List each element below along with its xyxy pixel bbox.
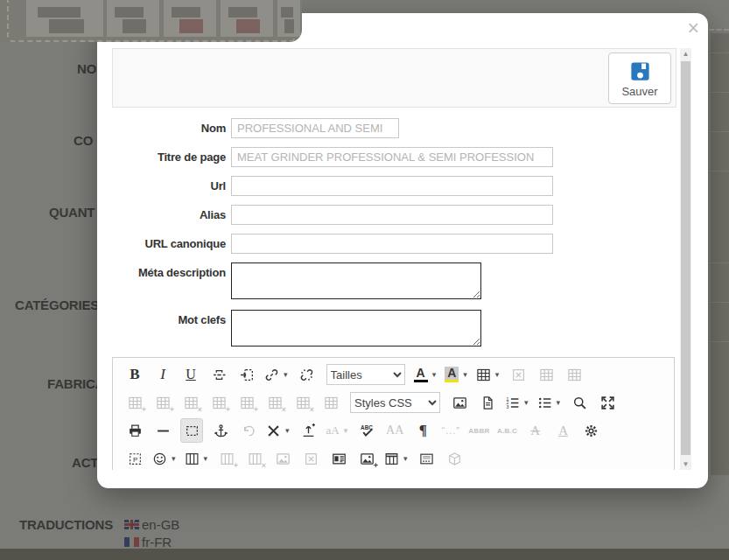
font-case-button-glyph: AA [386, 424, 403, 438]
readmore-button[interactable] [236, 363, 257, 386]
source-document-button[interactable] [477, 391, 498, 414]
save-button[interactable]: Sauver [608, 52, 671, 104]
anchor-icon [214, 424, 228, 438]
inserted-text-button-glyph: A [558, 424, 568, 438]
keyboard-icon [419, 452, 434, 466]
close-icon[interactable]: × [688, 18, 699, 38]
panel-separator [711, 302, 729, 303]
text-color-button[interactable]: A▾ [414, 363, 438, 386]
preferences-button[interactable] [581, 419, 602, 442]
scrollbar-thumb[interactable] [681, 61, 690, 455]
image-insert-button[interactable]: + [356, 447, 377, 470]
search-button[interactable] [569, 391, 590, 414]
keywords-textarea[interactable] [231, 310, 481, 346]
media-embed-button[interactable] [328, 447, 349, 470]
badge: × [262, 462, 266, 470]
background-bottom-bar [0, 549, 729, 560]
cleanup-icon [266, 424, 281, 438]
font-sizes-select: Tailles [326, 364, 405, 385]
italic-button[interactable]: I [152, 363, 173, 386]
underline-button[interactable]: U [180, 363, 201, 386]
abbreviation-button: ABBR [468, 419, 489, 442]
ordered-list-button[interactable]: ▾ [505, 391, 530, 414]
highlight-color-button[interactable]: A▾ [445, 363, 469, 386]
smart-quotes-button-glyph: “...” [441, 425, 460, 436]
nom-input-label: Nom [97, 118, 231, 135]
save-button-label: Sauver [621, 85, 657, 98]
badge: + [374, 462, 378, 470]
import-button[interactable] [298, 419, 319, 442]
deleted-text-button-glyph: A [530, 424, 540, 438]
columns-icon [185, 452, 200, 466]
product-images-strip [0, 0, 302, 42]
canonical-url-input[interactable] [231, 234, 553, 254]
toolbar-row: BIU▾TaillesA▾A▾▾ [121, 360, 666, 388]
meta-description-textarea[interactable] [231, 262, 481, 299]
css-styles-select-control[interactable]: Styles CSS [350, 392, 440, 413]
font-sizes-select-control[interactable]: Tailles [326, 364, 405, 385]
grid-icon [240, 396, 255, 410]
insert-table-button[interactable]: ▾ [476, 363, 501, 386]
chevron-down-icon: ▾ [285, 426, 290, 435]
unlink-button[interactable] [297, 363, 318, 386]
pcontainer-icon [128, 452, 143, 466]
paragraph-marks-button[interactable]: ¶ [412, 419, 433, 442]
spellcheck-button[interactable] [356, 419, 377, 442]
scrollbar-down-icon[interactable]: ▼ [680, 458, 691, 470]
nom-input[interactable] [231, 118, 399, 138]
split-cells-button: × [292, 391, 313, 414]
background-dashed-edge [709, 29, 729, 31]
readmore-icon [240, 368, 255, 382]
modal-scrollbar[interactable]: ▲ ▼ [680, 48, 691, 470]
table-layout-button[interactable]: ▾ [384, 447, 410, 470]
product-thumbnail [221, 0, 273, 37]
insert-link-button[interactable]: ▾ [264, 363, 290, 386]
panel-separator [711, 52, 729, 53]
horizontal-rule-button[interactable] [152, 419, 173, 442]
boxx-icon [304, 452, 319, 466]
col-insert-left-button: + [208, 391, 229, 414]
pagebreak-button[interactable] [208, 363, 229, 386]
print-icon [128, 424, 143, 438]
form-row: Alias [97, 205, 666, 225]
inserted-text-button: A [553, 419, 574, 442]
template-button[interactable] [417, 447, 438, 470]
col-delete-button: × [264, 391, 285, 414]
unordered-list-button[interactable]: ▾ [537, 391, 563, 414]
doc-icon [480, 396, 495, 410]
paragraph-container-button[interactable] [124, 447, 145, 470]
badge: + [226, 406, 230, 414]
emoticons-button[interactable]: ▾ [152, 447, 178, 470]
fullscreen-button[interactable] [597, 391, 618, 414]
columns-button[interactable]: ▾ [185, 447, 210, 470]
page-title-input[interactable] [231, 147, 553, 167]
deleted-text-button: A [525, 419, 546, 442]
col-insert-right-button: + [236, 391, 257, 414]
bold-button-glyph: B [130, 366, 139, 383]
paragraph-marks-button-glyph: ¶ [419, 422, 427, 439]
url-input[interactable] [231, 176, 553, 196]
badge: × [282, 406, 286, 414]
case-change-button-glyph: aA [326, 424, 340, 438]
image-icon [360, 452, 375, 466]
highlight-color-button-glyph: A [445, 367, 459, 382]
bold-button[interactable]: B [124, 363, 145, 386]
visual-aid-button[interactable] [180, 418, 203, 443]
insert-image-button[interactable] [449, 391, 470, 414]
print-button[interactable] [124, 419, 145, 442]
search-icon [572, 396, 587, 410]
anchor-button[interactable] [210, 419, 231, 442]
product-thumbnail [107, 0, 159, 37]
merge-cells-button [320, 391, 341, 414]
form-row: Titre de page [97, 147, 666, 167]
alias-input[interactable] [231, 205, 553, 225]
toolbar-row: ++×++××Styles CSS▾▾ [121, 388, 666, 416]
scrollbar-up-icon[interactable]: ▲ [680, 48, 691, 60]
background-right-panel [711, 33, 729, 475]
grid-icon [184, 396, 199, 410]
toolbar-row: ▾▾+×+▾ [121, 444, 666, 470]
cleanup-button[interactable]: ▾ [266, 419, 291, 442]
spellcheck-icon [360, 424, 375, 438]
grid-icon [567, 368, 582, 382]
badge: + [234, 462, 238, 470]
